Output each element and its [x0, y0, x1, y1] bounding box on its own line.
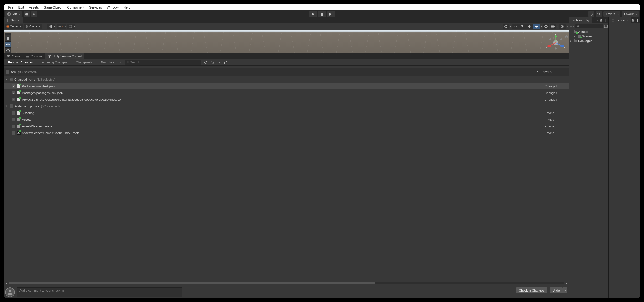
hand-tool[interactable]: [5, 35, 12, 41]
menu-component[interactable]: Component: [65, 4, 86, 10]
scroll-right-icon[interactable]: ▸: [566, 282, 567, 284]
file-checkbox[interactable]: [12, 131, 15, 134]
col-status[interactable]: ▴ Status: [541, 70, 567, 74]
tab-game[interactable]: Game: [4, 53, 23, 59]
play-button[interactable]: [309, 12, 318, 17]
vc-tab-incoming[interactable]: Incoming Changes: [37, 59, 71, 65]
tab-console[interactable]: Console: [23, 53, 45, 59]
pivot-dropdown[interactable]: Center ▾: [5, 24, 23, 29]
draw-mode-button[interactable]: [502, 24, 509, 29]
menu-services[interactable]: Services: [87, 4, 104, 10]
horizontal-scrollbar[interactable]: ◂ ▸: [4, 282, 569, 285]
hierarchy-search[interactable]: [575, 24, 603, 28]
menu-edit[interactable]: Edit: [16, 4, 26, 10]
vc-file-row[interactable]: Assets\Scenes +meta Private: [4, 123, 569, 130]
chevron-down-icon[interactable]: ▼: [5, 78, 8, 81]
chevron-down-icon[interactable]: ▾: [567, 25, 568, 28]
lock-icon[interactable]: [565, 35, 568, 38]
refresh-button[interactable]: [203, 60, 208, 65]
chevron-down-icon[interactable]: ▾: [54, 25, 55, 28]
chevron-down-icon[interactable]: ▾: [74, 25, 75, 28]
menu-help[interactable]: Help: [121, 4, 132, 10]
chevron-down-icon[interactable]: ▾: [558, 25, 558, 28]
scene-viewport[interactable]: y x z: [4, 30, 569, 53]
vc-tab-changesets[interactable]: Changesets: [72, 59, 96, 65]
chevron-down-icon[interactable]: ▾: [65, 25, 66, 28]
layout-dropdown[interactable]: Layout: [622, 12, 639, 17]
bottom-tab-menu-icon[interactable]: ⋮: [564, 54, 568, 58]
close-icon[interactable]: ×: [119, 60, 121, 64]
vc-file-row[interactable]: Packages\manifest.json Changed: [4, 83, 569, 90]
hierarchy-item-scenes[interactable]: ▶ Scenes: [569, 34, 608, 39]
chevron-down-icon[interactable]: ▼: [5, 105, 8, 107]
vc-file-row[interactable]: .vsconfig Private: [4, 110, 569, 116]
lock-button[interactable]: [223, 60, 228, 65]
rotate-tool[interactable]: [5, 48, 12, 53]
visibility-toggle[interactable]: [543, 24, 549, 29]
search-button[interactable]: [596, 12, 602, 17]
menu-assets[interactable]: Assets: [26, 4, 41, 10]
move-tool[interactable]: [5, 41, 12, 48]
snap-settings-button[interactable]: [67, 24, 74, 29]
hierarchy-item-packages[interactable]: ▶ Packages: [569, 39, 608, 43]
settings-button[interactable]: [31, 12, 38, 17]
hierarchy-menu-icon[interactable]: ⋮: [604, 18, 608, 22]
lock-icon[interactable]: [600, 19, 602, 22]
tab-scene[interactable]: Scene: [4, 18, 23, 24]
tab-inspector[interactable]: Inspector: [609, 18, 632, 24]
vc-file-row[interactable]: Assets Private: [4, 116, 569, 123]
account-dropdown[interactable]: MB ▾: [5, 12, 22, 17]
checkin-button[interactable]: Check in Changes: [516, 288, 547, 293]
vc-section-header[interactable]: ▼ Changed items (3/3 selected): [4, 76, 569, 83]
cloud-button[interactable]: [24, 12, 30, 17]
file-checkbox[interactable]: [12, 98, 15, 101]
step-button[interactable]: [326, 12, 335, 17]
section-checkbox[interactable]: [10, 78, 13, 81]
menu-gameobject[interactable]: GameObject: [41, 4, 65, 10]
undo-changes-button[interactable]: Undo: [550, 288, 563, 293]
undo-dropdown-button[interactable]: ▾: [563, 288, 568, 293]
file-checkbox[interactable]: [12, 91, 15, 94]
menu-file[interactable]: File: [6, 4, 16, 10]
chevron-down-icon[interactable]: ▾: [541, 25, 542, 28]
vc-search-input[interactable]: [130, 60, 200, 64]
vc-file-row[interactable]: ProjectSettings\Packages\com.unity.testt…: [4, 96, 569, 103]
2d-toggle[interactable]: 2D: [512, 24, 518, 29]
chevron-down-icon[interactable]: ▼: [570, 31, 573, 33]
branch-button[interactable]: [216, 60, 222, 65]
collapse-icon[interactable]: ▸: [596, 19, 598, 22]
create-dropdown[interactable]: +▾: [570, 24, 574, 28]
audio-toggle[interactable]: [526, 24, 533, 29]
vc-search[interactable]: [125, 60, 201, 65]
tab-version-control[interactable]: Unity Version Control: [45, 53, 84, 59]
menu-window[interactable]: Window: [104, 4, 121, 10]
lighting-toggle[interactable]: [519, 24, 526, 29]
section-checkbox[interactable]: [10, 104, 13, 108]
inspector-menu-icon[interactable]: ⋮: [636, 18, 639, 22]
scrollbar-thumb[interactable]: [9, 282, 375, 284]
checkin-comment-input[interactable]: Add a comment to your check-in...: [17, 288, 182, 298]
scene-tab-menu-icon[interactable]: ⋮: [564, 18, 568, 22]
tab-hierarchy[interactable]: Hierarchy: [569, 18, 593, 24]
handle-rotation-dropdown[interactable]: Global ▾: [24, 24, 42, 29]
chevron-right-icon[interactable]: ▶: [570, 40, 573, 42]
layers-dropdown[interactable]: Layers: [604, 12, 620, 17]
undo-history-button[interactable]: [588, 12, 594, 17]
pause-button[interactable]: [318, 12, 326, 17]
chevron-down-icon[interactable]: ▾: [510, 25, 512, 28]
vc-section-header[interactable]: ▼ Added and private (0/4 selected): [4, 103, 569, 110]
vc-tab-pending[interactable]: Pending Changes: [4, 59, 37, 65]
palette-drag-handle[interactable]: [5, 33, 12, 35]
file-checkbox[interactable]: [12, 124, 15, 128]
scroll-left-icon[interactable]: ◂: [6, 282, 7, 284]
camera-settings-button[interactable]: [550, 24, 556, 29]
lock-icon[interactable]: [632, 19, 634, 22]
vc-file-row[interactable]: Assets\Scenes\SampleScene.unity +meta Pr…: [4, 130, 569, 136]
hierarchy-item-assets[interactable]: ▼ Assets: [569, 30, 608, 34]
grid-snap-button[interactable]: [48, 24, 54, 29]
orientation-gizmo[interactable]: y x z: [546, 32, 566, 52]
vc-file-row[interactable]: Packages\packages-lock.json Changed: [4, 90, 569, 96]
undo-button[interactable]: [210, 60, 215, 65]
select-all-checkbox[interactable]: [6, 70, 9, 74]
file-checkbox[interactable]: [12, 84, 15, 88]
